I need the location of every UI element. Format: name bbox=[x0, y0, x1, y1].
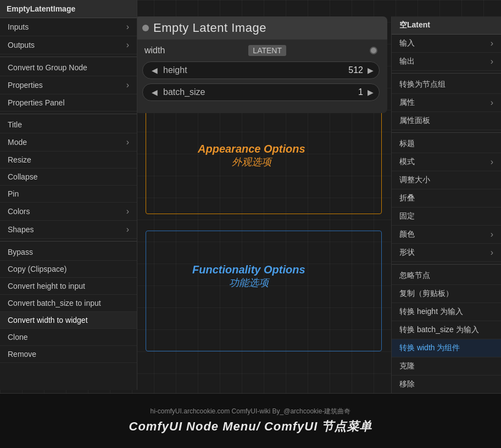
right-menu-item-8[interactable]: 折叠 bbox=[392, 189, 501, 208]
left-menu-items-container: InputsOutputsConvert to Group NodeProper… bbox=[0, 18, 137, 363]
bottom-bar: hi-comfyUI.archcookie.com ComfyUI-wiki B… bbox=[0, 393, 501, 448]
height-left-arrow[interactable]: ◀ bbox=[148, 66, 161, 75]
left-menu-item-5[interactable]: Title bbox=[0, 116, 137, 133]
right-menu-item-10[interactable]: 颜色 bbox=[392, 226, 501, 244]
left-menu-item-16[interactable]: Convert width to widget bbox=[0, 312, 137, 329]
empty-latent-image-node: Empty Latent Image width LATENT ◀ height… bbox=[135, 16, 387, 113]
right-context-menu: 空Latent 输入输出转换为节点组属性属性面板标题模式调整大小折叠固定颜色形状… bbox=[391, 16, 501, 394]
appearance-label-en: Appearance Options bbox=[198, 143, 305, 155]
right-menu-item-12[interactable]: 忽略节点 bbox=[392, 267, 501, 285]
right-menu-divider-11 bbox=[392, 264, 501, 265]
height-label: height bbox=[161, 65, 348, 75]
left-menu-item-9[interactable]: Pin bbox=[0, 186, 137, 203]
latent-badge: LATENT bbox=[248, 45, 286, 56]
functionality-label-en: Functionality Options bbox=[192, 264, 305, 276]
right-menu-item-11[interactable]: 形状 bbox=[392, 244, 501, 262]
node-width-row: width LATENT bbox=[142, 45, 380, 56]
batch-label: batch_size bbox=[161, 87, 358, 97]
left-menu-divider-1 bbox=[0, 57, 137, 57]
right-menu-item-7[interactable]: 调整大小 bbox=[392, 171, 501, 189]
left-menu-item-7[interactable]: Resize bbox=[0, 152, 137, 169]
left-menu-item-8[interactable]: Collapse bbox=[0, 169, 137, 186]
left-menu-divider-11 bbox=[0, 241, 137, 242]
right-menu-item-14[interactable]: 转换 height 为输入 bbox=[392, 303, 501, 321]
left-menu-item-1[interactable]: Outputs bbox=[0, 36, 137, 54]
left-menu-item-10[interactable]: Colors bbox=[0, 203, 137, 221]
left-menu-item-6[interactable]: Mode bbox=[0, 133, 137, 152]
batch-value: 1 bbox=[358, 87, 368, 97]
left-menu-item-4[interactable]: Properties Panel bbox=[0, 94, 137, 111]
left-menu-item-2[interactable]: Convert to Group Node bbox=[0, 59, 137, 76]
appearance-label: Appearance Options 外观选项 bbox=[198, 143, 305, 169]
left-menu-item-0[interactable]: Inputs bbox=[0, 18, 137, 36]
functionality-label-zh: 功能选项 bbox=[192, 276, 305, 289]
width-label: width bbox=[144, 46, 165, 55]
left-menu-item-11[interactable]: Shapes bbox=[0, 221, 137, 239]
height-right-arrow[interactable]: ▶ bbox=[368, 66, 374, 75]
right-menu-item-18[interactable]: 移除 bbox=[392, 376, 501, 394]
node-title-bar: Empty Latent Image bbox=[135, 16, 387, 40]
right-menu-header: 空Latent bbox=[392, 16, 501, 35]
node-title: Empty Latent Image bbox=[153, 21, 266, 35]
height-slider[interactable]: ◀ height 512 ▶ bbox=[142, 61, 380, 79]
functionality-label: Functionality Options 功能选项 bbox=[192, 264, 305, 289]
batch-slider[interactable]: ◀ batch_size 1 ▶ bbox=[142, 83, 380, 101]
bottom-subtitle: hi-comfyUI.archcookie.com ComfyUI-wiki B… bbox=[151, 407, 351, 416]
right-menu-item-4[interactable]: 属性面板 bbox=[392, 112, 501, 130]
batch-right-arrow[interactable]: ▶ bbox=[368, 88, 374, 97]
height-value: 512 bbox=[348, 65, 368, 75]
left-menu-item-14[interactable]: Convert height to input bbox=[0, 278, 137, 295]
right-menu-item-16[interactable]: 转换 width 为组件 bbox=[392, 339, 501, 357]
appearance-label-zh: 外观选项 bbox=[198, 155, 305, 169]
left-context-menu: EmptyLatentImage InputsOutputsConvert to… bbox=[0, 0, 137, 390]
left-menu-item-18[interactable]: Remove bbox=[0, 346, 137, 363]
left-menu-item-15[interactable]: Convert batch_size to input bbox=[0, 295, 137, 312]
connection-dot bbox=[370, 47, 377, 54]
right-menu-item-13[interactable]: 复制（剪贴板） bbox=[392, 285, 501, 303]
right-menu-item-3[interactable]: 属性 bbox=[392, 94, 501, 112]
right-menu-item-5[interactable]: 标题 bbox=[392, 135, 501, 153]
right-menu-item-6[interactable]: 模式 bbox=[392, 153, 501, 171]
left-menu-header: EmptyLatentImage bbox=[0, 0, 137, 18]
right-menu-item-0[interactable]: 输入 bbox=[392, 35, 501, 53]
right-menu-divider-4 bbox=[392, 132, 501, 133]
right-menu-items-container: 输入输出转换为节点组属性属性面板标题模式调整大小折叠固定颜色形状忽略节点复制（剪… bbox=[392, 35, 501, 394]
left-menu-divider-4 bbox=[0, 114, 137, 114]
batch-left-arrow[interactable]: ◀ bbox=[148, 88, 161, 97]
left-menu-item-12[interactable]: Bypass bbox=[0, 244, 137, 261]
right-menu-item-1[interactable]: 输出 bbox=[392, 53, 501, 71]
node-body: width LATENT ◀ height 512 ▶ ◀ batch_size… bbox=[135, 40, 387, 113]
node-dot bbox=[142, 25, 149, 31]
right-menu-item-2[interactable]: 转换为节点组 bbox=[392, 76, 501, 94]
bottom-title: ComfyUI Node Menu/ ComfyUI 节点菜单 bbox=[129, 418, 372, 435]
right-menu-item-9[interactable]: 固定 bbox=[392, 208, 501, 226]
right-menu-item-15[interactable]: 转换 batch_size 为输入 bbox=[392, 321, 501, 339]
left-menu-item-17[interactable]: Clone bbox=[0, 329, 137, 346]
right-menu-item-17[interactable]: 克隆 bbox=[392, 357, 501, 376]
left-menu-item-3[interactable]: Properties bbox=[0, 76, 137, 94]
right-menu-divider-1 bbox=[392, 73, 501, 74]
left-menu-item-13[interactable]: Copy (Clipspace) bbox=[0, 261, 137, 278]
